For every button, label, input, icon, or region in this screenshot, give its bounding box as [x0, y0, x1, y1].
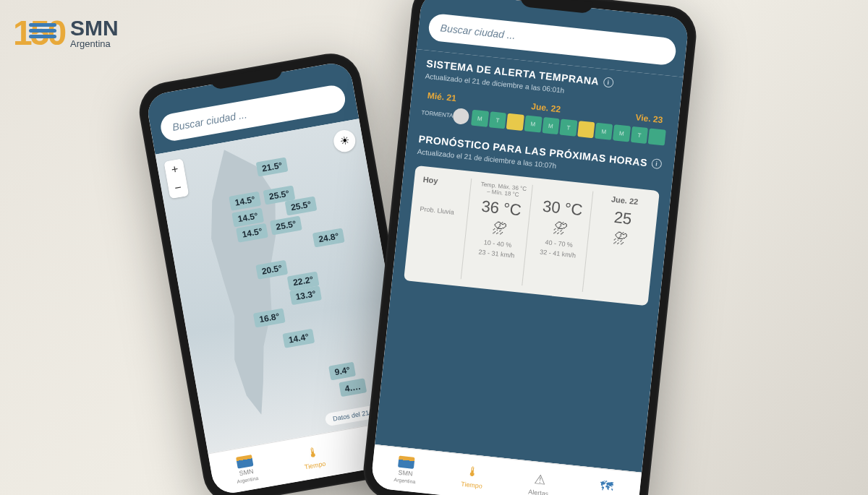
- alert-cell[interactable]: [648, 128, 666, 145]
- forecast-col-1[interactable]: Temp. Máx. 36 °C – Mín. 18 °C 36 °C ⛈ 10…: [466, 179, 532, 285]
- storm-icon: ⛈: [595, 228, 646, 249]
- temp-badge[interactable]: 14.4°: [282, 329, 315, 348]
- alert-cell[interactable]: T: [631, 126, 649, 144]
- alert-cell[interactable]: M: [595, 123, 613, 140]
- logo-number: 150: [13, 13, 64, 53]
- storm-icon: ⛈: [474, 218, 525, 240]
- forecast-card: Hoy Prob. Lluvia Temp. Máx. 36 °C – Mín.…: [404, 165, 660, 306]
- info-icon[interactable]: i: [603, 77, 613, 87]
- storm-icon: ⛈: [535, 218, 586, 240]
- zoom-out-button[interactable]: −: [167, 177, 189, 199]
- alert-cell[interactable]: M: [471, 110, 489, 127]
- alert-cell[interactable]: M: [524, 115, 542, 132]
- smn-150-logo: 150 SMN Argentina: [13, 13, 119, 53]
- sun-icon: ☀: [339, 134, 350, 148]
- search-placeholder: Buscar ciudad ...: [440, 22, 516, 41]
- thermometer-icon: 🌡: [305, 444, 320, 462]
- alert-icon: ⚠: [533, 471, 546, 488]
- temp-badge[interactable]: 9.4°: [328, 362, 356, 381]
- forecast-col-next[interactable]: Jue. 22 25 ⛈: [587, 191, 653, 298]
- alert-cell[interactable]: [506, 113, 524, 131]
- search-placeholder: Buscar ciudad ...: [171, 108, 247, 133]
- temp-badge[interactable]: 24.8°: [312, 228, 345, 247]
- logo-country: Argentina: [70, 39, 119, 48]
- map-icon: 🗺: [599, 478, 613, 495]
- logo-waves-icon: [29, 23, 56, 39]
- phone-mockup-alerts: Buscar ciudad ... SISTEMA DE ALERTA TEMP…: [360, 0, 699, 495]
- layer-toggle-button[interactable]: ☀: [332, 129, 357, 154]
- alert-cell[interactable]: [577, 121, 595, 138]
- smn-logo-icon: [236, 455, 253, 469]
- smn-logo-icon: [398, 456, 415, 469]
- alert-cell[interactable]: M: [542, 117, 560, 134]
- info-icon[interactable]: i: [651, 158, 662, 169]
- forecast-today-col: Hoy Prob. Lluvia: [410, 173, 472, 280]
- map-zoom-controls: + −: [164, 158, 190, 199]
- thermometer-icon: 🌡: [466, 465, 480, 481]
- alert-cell[interactable]: T: [489, 111, 507, 129]
- forecast-col-2[interactable]: 30 °C ⛈ 40 - 70 % 32 - 41 km/h: [527, 186, 593, 292]
- alert-row-label: TORMENTAS: [421, 109, 451, 119]
- nav-alertas[interactable]: ⚠ Alertas: [503, 459, 574, 495]
- nav-tiempo[interactable]: 🌡 Tiempo: [437, 452, 508, 495]
- alert-slider-head[interactable]: [452, 108, 469, 125]
- temp-badge[interactable]: 21.5°: [256, 158, 289, 177]
- temp-badge[interactable]: 4.…: [339, 378, 367, 397]
- alert-cell[interactable]: T: [560, 119, 578, 137]
- logo-name: SMN: [70, 17, 119, 39]
- alert-cell[interactable]: M: [613, 124, 631, 142]
- nav-smn[interactable]: SMN Argentina: [370, 445, 441, 494]
